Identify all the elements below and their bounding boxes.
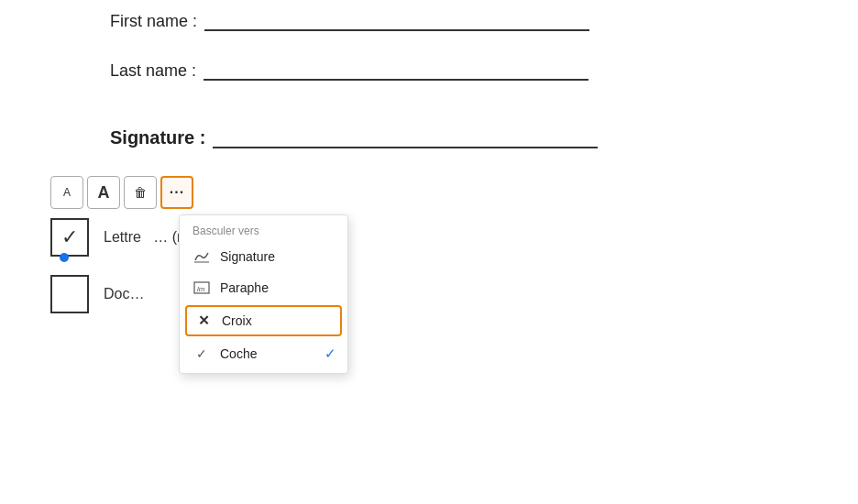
svg-text:lm: lm — [197, 285, 205, 293]
paraphe-icon: lm — [192, 279, 211, 297]
coche-selected-icon: ✓ — [324, 345, 336, 362]
dropdown-coche-label: Coche — [220, 346, 257, 361]
trash-icon: 🗑 — [134, 185, 147, 200]
checkbox-row-document: Doc… — [50, 275, 858, 313]
checkbox-row-letter: ✓ Lettre … (recommended) — [50, 218, 858, 257]
croix-icon: ✕ — [194, 312, 213, 330]
checkbox-list: ✓ Lettre … (recommended) Doc… — [50, 218, 858, 313]
large-a-label: A — [98, 183, 110, 203]
small-a-label: A — [63, 186, 71, 199]
last-name-label: Last name : — [110, 61, 196, 81]
more-button[interactable]: ··· — [160, 176, 193, 209]
dropdown-menu: Basculer vers Signature lm Paraphe — [179, 214, 348, 374]
dropdown-signature-label: Signature — [220, 249, 275, 264]
checkbox-check-icon: ✓ — [61, 225, 78, 249]
last-name-line[interactable] — [204, 59, 588, 81]
dropdown-item-signature[interactable]: Signature — [180, 241, 347, 272]
dropdown-header: Basculer vers — [180, 219, 347, 241]
signature-icon — [192, 247, 211, 266]
checkbox-document[interactable] — [50, 275, 89, 313]
dropdown-item-coche[interactable]: ✓ Coche ✓ — [180, 338, 347, 369]
small-a-button[interactable]: A — [50, 176, 83, 209]
checkbox-document-label: Doc… — [104, 286, 144, 302]
dropdown-item-croix[interactable]: ✕ Croix — [185, 305, 342, 336]
delete-button[interactable]: 🗑 — [124, 176, 157, 209]
large-a-button[interactable]: A — [87, 176, 120, 209]
dropdown-item-paraphe[interactable]: lm Paraphe — [180, 272, 347, 303]
first-name-field: First name : — [110, 9, 803, 31]
first-name-line[interactable] — [204, 9, 589, 31]
signature-line[interactable] — [213, 126, 598, 148]
first-name-label: First name : — [110, 12, 197, 31]
last-name-field: Last name : — [110, 59, 803, 81]
dropdown-croix-label: Croix — [222, 313, 252, 328]
signature-field: Signature : — [110, 126, 803, 148]
signature-label: Signature : — [110, 127, 205, 148]
ellipsis-icon: ··· — [170, 184, 184, 201]
checkbox-letter[interactable]: ✓ — [50, 218, 89, 257]
toolbar: A A 🗑 ··· Basculer vers Signature — [50, 176, 858, 209]
dropdown-paraphe-label: Paraphe — [220, 280, 269, 295]
checkbox-dot-indicator — [60, 253, 69, 262]
coche-icon: ✓ — [192, 345, 211, 363]
